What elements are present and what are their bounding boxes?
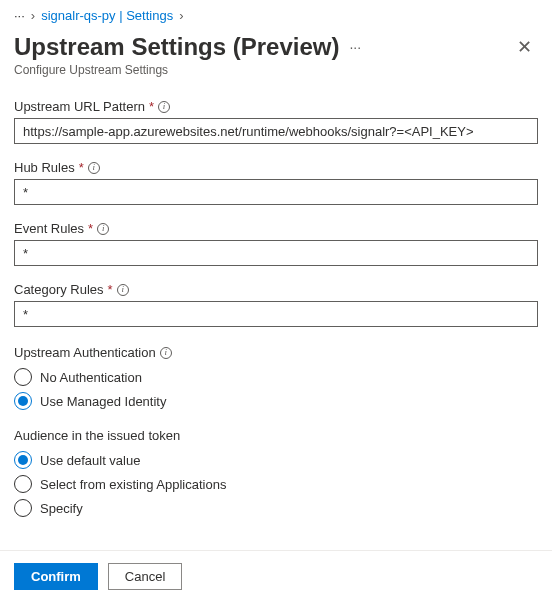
auth-radio-none[interactable]: No Authentication [14, 368, 538, 386]
breadcrumb-link-settings[interactable]: signalr-qs-py | Settings [41, 8, 173, 23]
auth-option-managed-label: Use Managed Identity [40, 394, 166, 409]
footer: Confirm Cancel [0, 550, 552, 602]
chevron-right-icon: › [31, 8, 35, 23]
required-indicator: * [79, 160, 84, 175]
radio-selected-icon [14, 451, 32, 469]
audience-section-label: Audience in the issued token [14, 428, 180, 443]
auth-radio-managed[interactable]: Use Managed Identity [14, 392, 538, 410]
radio-selected-icon [14, 392, 32, 410]
required-indicator: * [149, 99, 154, 114]
breadcrumb: ··· › signalr-qs-py | Settings › [14, 8, 538, 23]
url-pattern-label: Upstream URL Pattern [14, 99, 145, 114]
auth-option-none-label: No Authentication [40, 370, 142, 385]
audience-radio-default[interactable]: Use default value [14, 451, 538, 469]
info-icon[interactable]: i [97, 223, 109, 235]
event-rules-input[interactable] [14, 240, 538, 266]
event-rules-label: Event Rules [14, 221, 84, 236]
context-menu-icon[interactable]: ··· [349, 39, 361, 55]
url-pattern-input[interactable] [14, 118, 538, 144]
category-rules-input[interactable] [14, 301, 538, 327]
auth-section-label: Upstream Authentication [14, 345, 156, 360]
info-icon[interactable]: i [160, 347, 172, 359]
info-icon[interactable]: i [158, 101, 170, 113]
radio-icon [14, 475, 32, 493]
hub-rules-input[interactable] [14, 179, 538, 205]
radio-icon [14, 368, 32, 386]
page-title: Upstream Settings (Preview) [14, 33, 339, 61]
hub-rules-label: Hub Rules [14, 160, 75, 175]
radio-icon [14, 499, 32, 517]
required-indicator: * [88, 221, 93, 236]
confirm-button[interactable]: Confirm [14, 563, 98, 590]
info-icon[interactable]: i [88, 162, 100, 174]
required-indicator: * [108, 282, 113, 297]
chevron-right-icon: › [179, 8, 183, 23]
breadcrumb-more[interactable]: ··· [14, 8, 25, 23]
audience-radio-specify[interactable]: Specify [14, 499, 538, 517]
close-icon[interactable]: ✕ [511, 34, 538, 60]
category-rules-label: Category Rules [14, 282, 104, 297]
audience-radio-select[interactable]: Select from existing Applications [14, 475, 538, 493]
audience-option-default-label: Use default value [40, 453, 140, 468]
info-icon[interactable]: i [117, 284, 129, 296]
page-subtitle: Configure Upstream Settings [14, 63, 538, 77]
audience-option-specify-label: Specify [40, 501, 83, 516]
cancel-button[interactable]: Cancel [108, 563, 182, 590]
audience-option-select-label: Select from existing Applications [40, 477, 226, 492]
